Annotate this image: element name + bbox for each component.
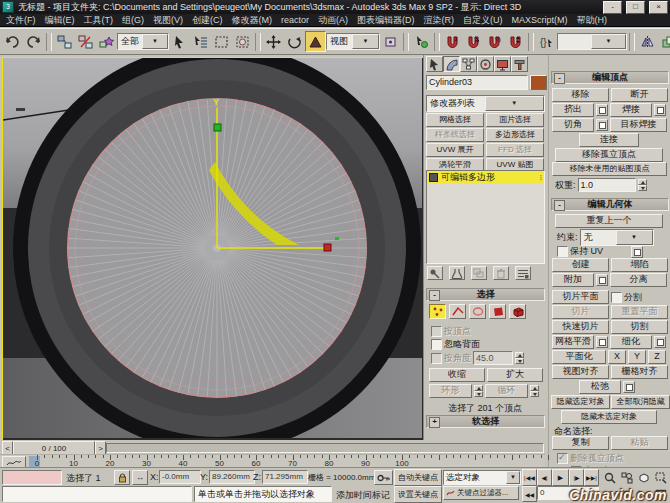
shrink-button[interactable]: 收缩 xyxy=(429,368,485,382)
align-icon[interactable] xyxy=(658,31,670,52)
constraints-dropdown[interactable]: 无 ▼ xyxy=(580,229,654,246)
view-align-button[interactable]: 视图对齐 xyxy=(552,365,609,379)
zoom-icon[interactable] xyxy=(601,469,619,487)
y-coordinate-field[interactable]: 89.260mm xyxy=(209,470,255,484)
make-unique-icon[interactable] xyxy=(471,266,487,280)
set-key-icon[interactable] xyxy=(374,470,393,485)
angle-snap-icon[interactable] xyxy=(463,31,484,52)
time-slider-prev-icon[interactable]: < xyxy=(2,441,13,455)
zoom-extents-icon[interactable] xyxy=(635,469,653,487)
tab-modify[interactable] xyxy=(443,56,460,72)
edit-vertices-rollout-header[interactable]: -编辑顶点 xyxy=(551,71,669,84)
soft-selection-rollout-header[interactable]: +软选择 xyxy=(426,415,545,428)
modifier-stack[interactable]: 可编辑多边形 ⁝ xyxy=(426,170,545,264)
slice-plane-button[interactable]: 切片平面 xyxy=(552,290,609,304)
bind-to-space-warp-icon[interactable] xyxy=(96,31,117,52)
edit-geometry-rollout-header[interactable]: -编辑几何体 xyxy=(551,198,669,211)
window-crossing-icon[interactable] xyxy=(232,31,253,52)
subobject-polygon-icon[interactable] xyxy=(489,304,506,319)
tab-display[interactable] xyxy=(494,56,511,72)
z-coordinate-field[interactable]: 71.295mm xyxy=(262,470,308,484)
copy-button[interactable]: 复制 xyxy=(552,436,609,450)
next-frame-icon[interactable]: |▶ xyxy=(569,469,584,486)
menu-item[interactable]: reactor xyxy=(281,15,309,25)
pin-stack-icon[interactable] xyxy=(427,266,443,280)
tab-utilities[interactable] xyxy=(511,56,528,72)
stack-item-editable-poly[interactable]: 可编辑多边形 ⁝ xyxy=(427,171,544,184)
chevron-down-icon[interactable]: ▼ xyxy=(506,471,520,484)
select-object-icon[interactable] xyxy=(169,31,190,52)
attach-settings-icon[interactable] xyxy=(596,274,608,286)
key-filter-scope-dropdown[interactable]: 选定对象 ▼ xyxy=(443,470,521,485)
select-and-scale-icon[interactable] xyxy=(305,31,326,52)
chevron-down-icon[interactable]: ▼ xyxy=(591,34,626,49)
subobject-border-icon[interactable] xyxy=(469,304,486,319)
angle-spinner[interactable] xyxy=(515,352,524,365)
menu-item[interactable]: 创建(C) xyxy=(192,14,223,27)
x-coordinate-field[interactable]: -0.0mm xyxy=(159,470,201,484)
named-selection-sets-icon[interactable]: {} xyxy=(536,31,557,52)
planar-x-button[interactable]: X xyxy=(608,350,626,364)
break-button[interactable]: 断开 xyxy=(611,88,668,102)
add-time-tag[interactable]: 添加时间标记 xyxy=(336,489,390,502)
angle-value-field[interactable]: 45.0 xyxy=(473,351,513,365)
select-and-move-icon[interactable] xyxy=(263,31,284,52)
loop-spinner[interactable] xyxy=(530,385,539,398)
restore-button[interactable]: □ xyxy=(626,1,645,14)
menu-item[interactable]: 动画(A) xyxy=(318,14,348,27)
play-animation-icon[interactable]: ▶ xyxy=(552,469,569,486)
menu-item[interactable]: 组(G) xyxy=(122,14,144,27)
extrude-settings-icon[interactable] xyxy=(596,104,608,116)
show-end-result-icon[interactable] xyxy=(449,266,465,280)
hide-selected-button[interactable]: 隐藏选定对象 xyxy=(551,395,610,409)
zoom-region-icon[interactable] xyxy=(652,469,670,487)
relax-button[interactable]: 松弛 xyxy=(579,380,621,394)
ring-spinner[interactable] xyxy=(474,385,483,398)
configure-modifier-sets-icon[interactable] xyxy=(515,266,531,280)
msmooth-button[interactable]: 网格平滑 xyxy=(552,335,594,349)
menu-item[interactable]: 文件(F) xyxy=(6,14,36,27)
subobject-vertex-icon[interactable] xyxy=(429,304,446,319)
modifier-button-多边形选择[interactable]: 多边形选择 xyxy=(486,128,544,142)
weight-spinner[interactable] xyxy=(638,179,647,192)
menu-item[interactable]: MAXScript(M) xyxy=(512,15,568,25)
select-and-manipulate-icon[interactable] xyxy=(411,31,432,52)
zoom-all-icon[interactable] xyxy=(618,469,636,487)
time-slider-groove[interactable] xyxy=(106,443,544,453)
make-planar-button[interactable]: 平面化 xyxy=(552,350,606,364)
hide-unselected-button[interactable]: 隐藏未选定对象 xyxy=(561,410,657,424)
extrude-button[interactable]: 挤出 xyxy=(552,103,594,117)
chamfer-button[interactable]: 切角 xyxy=(552,118,594,132)
undo-icon[interactable] xyxy=(2,31,23,52)
create-button[interactable]: 创建 xyxy=(552,258,609,272)
macro-recorder-mini-listener[interactable] xyxy=(2,470,62,485)
modifier-button-网格选择[interactable]: 网格选择 xyxy=(426,113,484,127)
connect-button[interactable]: 连接 xyxy=(579,133,639,147)
track-bar[interactable]: 0102030405060708090100 xyxy=(0,454,545,468)
reference-coordinate-dropdown[interactable]: 视图 ▼ xyxy=(326,33,380,50)
redo-icon[interactable] xyxy=(23,31,44,52)
modifier-button-面片选择[interactable]: 面片选择 xyxy=(486,113,544,127)
percent-snap-icon[interactable]: % xyxy=(484,31,505,52)
remove-modifier-icon[interactable] xyxy=(493,266,509,280)
menu-item[interactable]: 工具(T) xyxy=(84,14,114,27)
chevron-down-icon[interactable]: ▼ xyxy=(352,34,379,49)
tessellate-settings-icon[interactable] xyxy=(654,336,666,348)
repeat-last-button[interactable]: 重复上一个 xyxy=(555,214,663,228)
weld-button[interactable]: 焊接 xyxy=(610,103,652,117)
subobject-element-icon[interactable] xyxy=(509,304,526,319)
weld-settings-icon[interactable] xyxy=(654,104,666,116)
perspective-viewport[interactable]: Y xyxy=(2,57,425,441)
close-button[interactable]: × xyxy=(649,1,668,14)
key-mode-toggle-icon[interactable]: ◀◀ xyxy=(522,486,537,502)
stack-expand-icon[interactable]: ⁝ xyxy=(539,173,542,182)
menu-item[interactable]: 编辑(E) xyxy=(45,14,75,27)
menu-item[interactable]: 自定义(U) xyxy=(463,14,503,27)
menu-item[interactable]: 修改器(M) xyxy=(232,14,273,27)
select-by-name-icon[interactable] xyxy=(190,31,211,52)
tab-motion[interactable] xyxy=(477,56,494,72)
detach-button[interactable]: 分离 xyxy=(610,273,667,287)
go-to-end-icon[interactable]: ▶▶| xyxy=(584,469,599,486)
cut-button[interactable]: 切割 xyxy=(611,320,668,334)
unhide-all-button[interactable]: 全部取消隐藏 xyxy=(611,395,670,409)
